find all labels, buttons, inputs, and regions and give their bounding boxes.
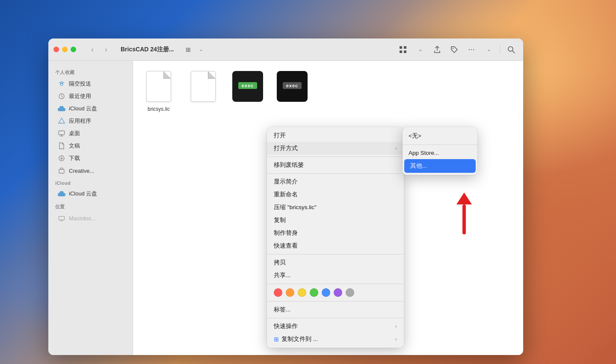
cm-share[interactable]: 共享... (267, 269, 404, 282)
exec-icon-dark: exec (277, 71, 308, 102)
share-button[interactable] (430, 43, 444, 56)
cm-copy[interactable]: 拷贝 (267, 256, 404, 269)
cm-colors-row (267, 286, 404, 299)
cm-trash-label: 移到废纸篓 (274, 161, 304, 169)
cm-open-with[interactable]: 打开方式 › (267, 142, 404, 155)
cm-rename[interactable]: 重新命名 (267, 188, 404, 201)
sidebar-item-downloads[interactable]: 下载 (51, 152, 130, 164)
docs-icon (58, 142, 65, 150)
cm-alias-label: 制作替身 (274, 229, 298, 237)
window-title: BricsCAD 24注册... (121, 46, 174, 53)
toolbar-actions: ⌄ ··· ⌄ (396, 43, 518, 56)
cm-quick-actions-chevron: › (395, 323, 397, 329)
chevron-down-icon[interactable]: ⌄ (413, 43, 427, 56)
cm-quick-actions[interactable]: 快速操作 › (267, 320, 404, 333)
airdrop-icon (58, 80, 65, 88)
sidebar-item-apps[interactable]: 应用程序 (51, 115, 130, 127)
sm-appstore[interactable]: App Store... (403, 147, 477, 159)
cm-open-with-label: 打开方式 (274, 145, 298, 152)
sidebar-label-apps: 应用程序 (69, 117, 91, 125)
cm-tags[interactable]: 标签... (267, 303, 404, 316)
back-button[interactable]: ‹ (86, 44, 98, 56)
more-button[interactable]: ··· (465, 43, 478, 56)
sm-none-label: <无> (409, 132, 421, 140)
color-green[interactable] (310, 288, 318, 297)
cm-sep6 (267, 318, 404, 318)
cm-copy-to-label: ⊞ 复制文件到 ... (274, 335, 318, 343)
toolbar-divider (500, 45, 500, 54)
file-item-bricsys[interactable]: bricsys.lic (142, 69, 176, 112)
grid-view-button[interactable]: ⊞ (182, 44, 194, 55)
cm-quick-actions-label: 快速操作 (274, 323, 298, 330)
doc-icon-2 (191, 71, 216, 102)
cm-compress-label: 压缩 "bricsys.lic" (274, 204, 317, 211)
sm-none[interactable]: <无> (403, 129, 477, 143)
cm-sep2 (267, 173, 404, 174)
maximize-button[interactable] (71, 47, 76, 52)
color-purple[interactable] (334, 288, 342, 297)
close-button[interactable] (53, 47, 59, 52)
cm-open-with-chevron: › (395, 145, 397, 151)
cm-open[interactable]: 打开 (267, 129, 404, 142)
more-chevron-icon[interactable]: ⌄ (482, 43, 495, 56)
forward-button[interactable]: › (100, 44, 112, 56)
color-blue[interactable] (322, 288, 330, 297)
sidebar-label-icloud: iCloud 云盘 (69, 105, 97, 112)
sidebar-item-icloud2[interactable]: iCloud 云盘 (51, 188, 130, 200)
cm-copy-to[interactable]: ⊞ 复制文件到 ... › (267, 333, 404, 346)
color-yellow[interactable] (298, 288, 306, 297)
minimize-button[interactable] (62, 47, 68, 52)
search-button[interactable] (504, 43, 518, 56)
file-area: bricsys.lic exec (133, 61, 523, 355)
icloud-icon (58, 105, 65, 112)
cm-info[interactable]: 显示简介 (267, 175, 404, 188)
svg-rect-1 (404, 46, 406, 49)
cm-copy-label: 拷贝 (274, 259, 286, 266)
svg-line-6 (512, 51, 515, 53)
file-item-exec1[interactable]: exec (231, 69, 265, 106)
cm-sep3 (267, 254, 404, 255)
sm-other[interactable]: 其他... (404, 159, 476, 173)
cm-compress[interactable]: 压缩 "bricsys.lic" (267, 201, 404, 214)
sidebar-item-macintosh[interactable]: Macintos... (51, 212, 130, 224)
sidebar-item-docs[interactable]: 文稿 (51, 140, 130, 152)
sidebar: 个人收藏 隔空投送 最近使用 (48, 61, 133, 355)
cm-duplicate[interactable]: 复制 (267, 214, 404, 227)
file-item-doc2[interactable] (186, 69, 220, 106)
file-icon-exec2: exec (277, 69, 308, 104)
cm-trash[interactable]: 移到废纸篓 (267, 159, 404, 172)
file-icon-exec1: exec (232, 69, 263, 104)
cm-share-label: 共享... (274, 272, 290, 279)
sidebar-label-desktop: 桌面 (69, 130, 80, 137)
grid-apps-button[interactable] (396, 43, 410, 56)
file-icons-row: bricsys.lic exec (142, 69, 515, 112)
svg-point-5 (508, 47, 513, 51)
cm-info-label: 显示简介 (274, 178, 298, 186)
cm-duplicate-label: 复制 (274, 216, 286, 224)
doc-icon-bricsys (146, 71, 171, 102)
icloud2-icon (58, 190, 65, 198)
cm-alias[interactable]: 制作替身 (267, 227, 404, 240)
tag-button[interactable] (447, 43, 461, 56)
chevron-down-view[interactable]: ⌄ (195, 44, 207, 55)
sidebar-item-desktop[interactable]: 桌面 (51, 127, 130, 139)
color-red[interactable] (274, 288, 282, 297)
file-item-exec2[interactable]: exec (275, 69, 309, 106)
macintosh-icon (58, 214, 65, 222)
color-orange[interactable] (286, 288, 294, 297)
arrow-head (456, 192, 472, 204)
cm-quicklook[interactable]: 快速查看 (267, 240, 404, 252)
sidebar-item-creative[interactable]: Creative... (51, 165, 130, 177)
sidebar-item-recent[interactable]: 最近使用 (51, 90, 130, 102)
downloads-icon (58, 154, 65, 162)
file-icon-doc2 (188, 69, 219, 104)
color-gray[interactable] (346, 288, 354, 297)
sidebar-item-icloud[interactable]: iCloud 云盘 (51, 103, 130, 115)
submenu-open-with: <无> App Store... 其他... (403, 127, 477, 175)
svg-rect-0 (400, 46, 402, 49)
sidebar-label-recent: 最近使用 (69, 92, 91, 100)
sidebar-label-airdrop: 隔空投送 (69, 80, 91, 88)
sm-sep1 (403, 145, 477, 145)
desktop-icon (58, 130, 65, 137)
sidebar-item-airdrop[interactable]: 隔空投送 (51, 78, 130, 90)
